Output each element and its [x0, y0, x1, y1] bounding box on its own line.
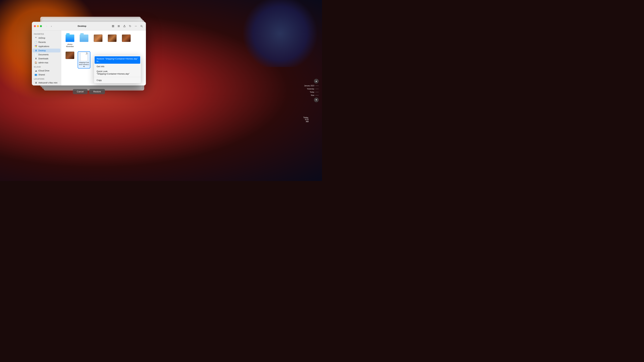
more-btn[interactable]	[134, 24, 138, 28]
file-item-photos-november[interactable]: photos November	[64, 33, 76, 48]
applications-label: Applications	[38, 45, 49, 48]
file-thumbnail-4	[108, 34, 116, 42]
timeline-today-label: Today	[310, 91, 314, 93]
recents-icon: 🕐	[34, 41, 37, 43]
airdrop-label: AirDrop	[38, 37, 45, 39]
svg-rect-15	[35, 46, 36, 47]
cancel-button[interactable]: Cancel	[73, 89, 88, 94]
nav-forward-button[interactable]: ›	[49, 24, 53, 28]
timeline-entry-now: Now	[311, 94, 319, 96]
file-item-shipping-skp[interactable]: Shipping+Container+Homes.skp	[78, 52, 90, 68]
admin-mac-icon: 🏠	[34, 61, 37, 64]
svg-rect-3	[113, 26, 114, 27]
context-menu-copy[interactable]: Copy	[94, 78, 141, 83]
desktop-label: Desktop	[38, 49, 46, 52]
close-button[interactable]	[34, 25, 36, 27]
mac-mini-icon: 🖥	[34, 81, 37, 84]
file-icon-3	[94, 34, 102, 42]
nav-back-button[interactable]: ‹	[44, 24, 49, 28]
sidebar-item-admin-mac[interactable]: 🏠 admin-mac	[32, 61, 60, 64]
svg-point-7	[130, 26, 130, 26]
svg-point-8	[135, 26, 135, 26]
context-copy-label: Copy	[96, 79, 102, 81]
documents-icon: 📄	[34, 53, 37, 56]
doc-icon-shipping	[80, 52, 88, 61]
sidebar-item-recents[interactable]: 🕐 Recents	[32, 40, 60, 44]
shared-icon: 👥	[34, 73, 37, 76]
share-btn[interactable]	[122, 24, 127, 28]
icloud-header: iCloud	[32, 65, 61, 68]
sidebar-item-sd-card[interactable]: 💾 SD card	[32, 85, 60, 85]
toolbar-title: Desktop	[55, 25, 109, 27]
timeline-line-4	[315, 95, 319, 95]
timeline-down-btn[interactable]: ▼	[314, 97, 319, 102]
file-item-3[interactable]	[92, 33, 104, 48]
svg-point-9	[136, 26, 136, 26]
svg-rect-16	[36, 46, 37, 47]
folder-light-shape	[80, 34, 88, 42]
sidebar-item-documents[interactable]: 📄 Documents	[32, 53, 60, 56]
file-item-folder-2[interactable]	[78, 33, 90, 48]
context-menu-quick-look[interactable]: Quick Look "Shipping+Container+Homes.skp…	[94, 69, 141, 76]
maximize-button[interactable]	[40, 25, 42, 27]
documents-label: Documents	[38, 53, 49, 56]
sidebar-item-shared[interactable]: 👥 Shared	[32, 73, 60, 77]
context-menu-divider	[94, 77, 141, 77]
svg-rect-13	[35, 45, 36, 46]
file-thumbnail-3	[94, 34, 102, 42]
file-icon-4	[108, 34, 116, 42]
context-restore-label: Restore "Shipping+Container+Homes.skp" t…	[96, 57, 138, 62]
timeline-line-3	[315, 92, 319, 92]
view-options-btn[interactable]	[116, 24, 121, 28]
airdrop-icon	[34, 36, 37, 39]
tag-btn[interactable]	[128, 24, 132, 28]
folder-icon-2	[80, 34, 88, 42]
sidebar-item-icloud-drive[interactable]: ☁ iCloud Drive	[32, 69, 60, 72]
file-item-4[interactable]	[106, 33, 118, 48]
file-thumbnail-6	[66, 52, 74, 59]
timeline-up-btn[interactable]: ▲	[314, 79, 319, 83]
file-item-5[interactable]	[120, 33, 132, 48]
svg-rect-4	[118, 25, 120, 26]
file-icon-5	[122, 34, 131, 42]
restore-button[interactable]: Restore	[89, 89, 105, 94]
svg-point-10	[136, 26, 137, 26]
locations-header: Locations	[32, 77, 61, 81]
sidebar-item-desktop[interactable]: 🖥 Desktop	[32, 49, 60, 52]
svg-rect-6	[118, 27, 120, 27]
toolbar-nav: ‹ ›	[44, 24, 53, 28]
dialog-buttons: Cancel Restore	[73, 89, 105, 94]
file-name-photos: photos November	[64, 43, 75, 48]
file-item-6[interactable]	[64, 50, 76, 68]
timeline-entry-today: Today	[310, 91, 319, 93]
file-name-shipping: Shipping+Container+Homes.skp	[79, 62, 90, 67]
timeline-entry-yesterday: Yesterday	[307, 88, 319, 90]
timeline-now-label: Now	[311, 94, 314, 96]
recents-label: Recents	[38, 41, 46, 43]
time-display: Today, 6:53 AM	[303, 116, 308, 122]
doc-corner	[86, 52, 88, 54]
applications-icon	[34, 45, 37, 48]
file-thumbnail-5	[122, 34, 131, 42]
icloud-drive-icon: ☁	[34, 69, 37, 72]
context-quick-look-label: Quick Look "Shipping+Container+Homes.skp…	[96, 70, 138, 75]
favorites-header: Favorites	[32, 32, 61, 36]
finder-toolbar: ‹ › Desktop	[32, 22, 146, 30]
sidebar-item-airdrop[interactable]: AirDrop	[32, 36, 60, 40]
timeline-january-label: January 2023	[304, 85, 314, 87]
sidebar-item-mac-mini[interactable]: 🖥 Aleksandr's Mac mini	[32, 81, 60, 85]
window-controls	[34, 25, 42, 27]
context-menu-restore[interactable]: Restore "Shipping+Container+Homes.skp" t…	[94, 56, 140, 64]
svg-rect-5	[118, 26, 120, 26]
folder-blue-shape	[66, 34, 74, 42]
context-menu: Restore "Shipping+Container+Homes.skp" t…	[94, 55, 141, 83]
sidebar-item-downloads[interactable]: ⬇ Downloads	[32, 57, 60, 60]
search-btn[interactable]	[139, 24, 144, 28]
desktop-icon: 🖥	[34, 49, 37, 52]
minimize-button[interactable]	[37, 25, 39, 27]
timeline-entry-january: January 2023	[304, 85, 319, 87]
sidebar-item-applications[interactable]: Applications	[32, 44, 60, 48]
context-get-info-label: Get Info	[96, 65, 104, 68]
context-menu-get-info[interactable]: Get Info	[94, 64, 141, 69]
grid-view-btn[interactable]	[111, 24, 116, 28]
